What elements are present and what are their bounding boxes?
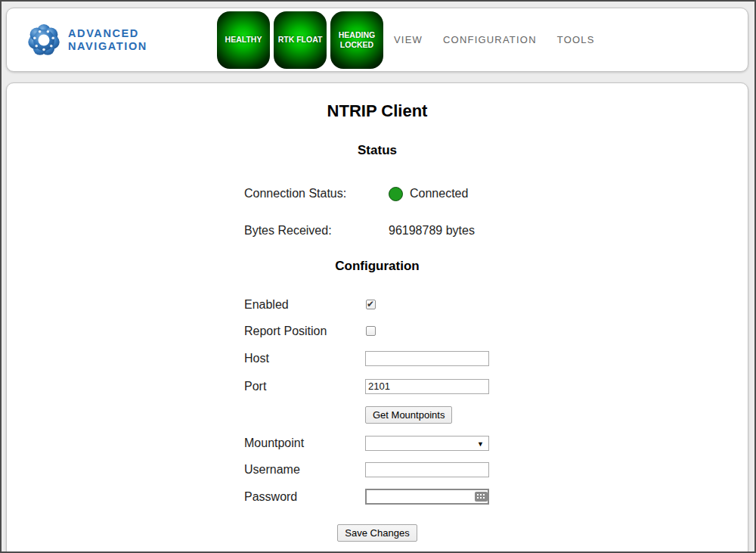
mountpoint-label: Mountpoint bbox=[244, 436, 365, 450]
logo-line1: ADVANCED bbox=[68, 27, 147, 39]
chevron-down-icon: ▼ bbox=[477, 440, 484, 449]
logo-text: ADVANCED NAVIGATION bbox=[68, 27, 147, 51]
save-changes-button[interactable]: Save Changes bbox=[337, 524, 417, 542]
status-badges: HEALTHY RTK FLOAT HEADING LOCKED bbox=[217, 11, 383, 69]
username-label: Username bbox=[244, 463, 365, 477]
bytes-received-value: 96198789 bytes bbox=[389, 224, 475, 238]
connection-status-row: Connection Status: Connected bbox=[244, 186, 748, 201]
header-bar: ADVANCED NAVIGATION HEALTHY RTK FLOAT HE… bbox=[6, 8, 748, 72]
status-badge-heading-locked: HEADING LOCKED bbox=[330, 11, 383, 69]
status-badge-label: HEALTHY bbox=[225, 35, 262, 45]
bytes-received-label: Bytes Received: bbox=[244, 224, 389, 238]
password-label: Password bbox=[244, 490, 365, 504]
content-card: NTRIP Client Status Connection Status: C… bbox=[6, 82, 748, 553]
logo-line2: NAVIGATION bbox=[68, 40, 147, 52]
bytes-received-row: Bytes Received: 96198789 bytes bbox=[244, 223, 748, 238]
username-input[interactable] bbox=[365, 462, 489, 477]
enabled-label: Enabled bbox=[244, 298, 365, 312]
status-badge-label: RTK FLOAT bbox=[278, 35, 323, 45]
connection-indicator-icon bbox=[389, 187, 403, 201]
status-heading: Status bbox=[7, 143, 748, 158]
get-mountpoints-row: Get Mountpoints bbox=[244, 407, 748, 423]
password-input[interactable] bbox=[365, 489, 489, 505]
logo: ADVANCED NAVIGATION bbox=[26, 23, 147, 57]
password-row: Password bbox=[244, 489, 748, 505]
status-badge-healthy: HEALTHY bbox=[217, 11, 270, 69]
connection-status-label: Connection Status: bbox=[244, 187, 389, 200]
main-nav: VIEW CONFIGURATION TOOLS bbox=[394, 8, 595, 71]
password-field-wrap bbox=[365, 489, 489, 505]
save-row: Save Changes bbox=[7, 524, 748, 542]
username-row: Username bbox=[244, 461, 748, 477]
host-label: Host bbox=[244, 352, 365, 365]
nav-configuration[interactable]: CONFIGURATION bbox=[443, 34, 537, 45]
mountpoint-select[interactable]: ▼ bbox=[365, 436, 489, 451]
enabled-checkbox[interactable] bbox=[366, 300, 376, 309]
host-row: Host bbox=[244, 350, 748, 366]
report-position-checkbox[interactable] bbox=[366, 326, 376, 336]
report-position-label: Report Position bbox=[244, 325, 365, 338]
page-title: NTRIP Client bbox=[7, 83, 748, 121]
port-row: Port bbox=[244, 378, 748, 394]
keyboard-icon[interactable] bbox=[475, 492, 488, 502]
get-mountpoints-button[interactable]: Get Mountpoints bbox=[365, 406, 452, 424]
port-label: Port bbox=[244, 380, 365, 393]
status-badge-label: HEADING LOCKED bbox=[333, 30, 380, 50]
nav-tools[interactable]: TOOLS bbox=[557, 34, 595, 45]
host-input[interactable] bbox=[365, 351, 489, 366]
report-position-row: Report Position bbox=[244, 323, 748, 339]
status-badge-rtk-float: RTK FLOAT bbox=[274, 11, 327, 69]
nav-view[interactable]: VIEW bbox=[394, 34, 423, 45]
configuration-heading: Configuration bbox=[7, 259, 748, 274]
port-input[interactable] bbox=[365, 379, 489, 394]
enabled-row: Enabled bbox=[244, 297, 748, 312]
logo-emblem-icon bbox=[26, 23, 61, 57]
mountpoint-row: Mountpoint ▼ bbox=[244, 435, 748, 451]
connection-status-value: Connected bbox=[410, 187, 468, 200]
